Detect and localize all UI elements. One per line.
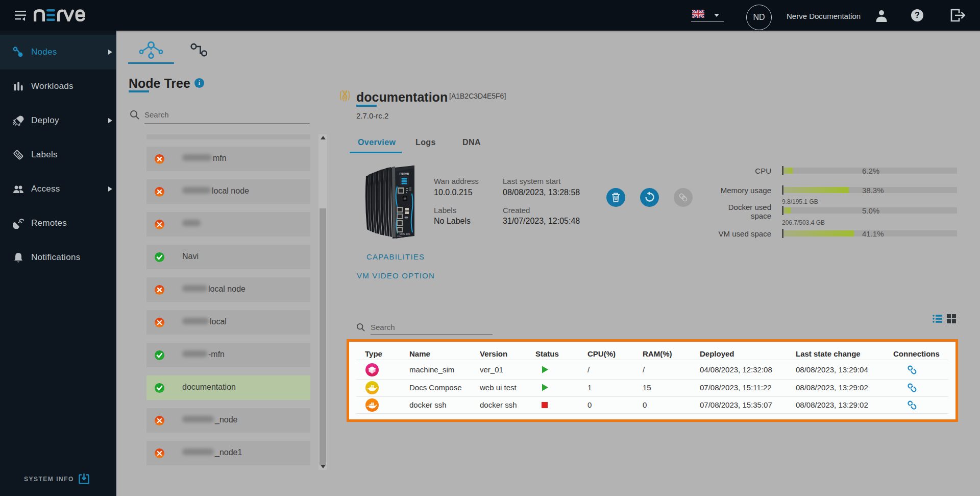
- svg-text:nerve: nerve: [400, 171, 409, 176]
- svg-text:KBox: KBox: [397, 235, 402, 238]
